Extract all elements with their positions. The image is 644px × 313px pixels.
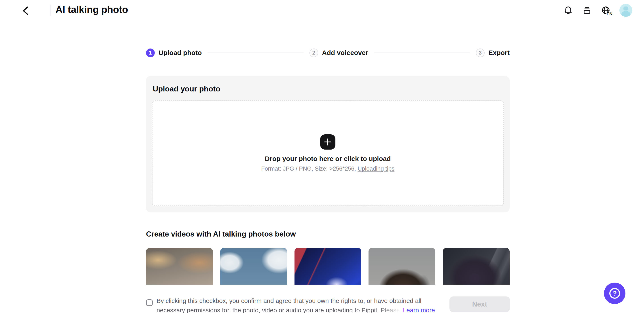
assets-button[interactable] (582, 5, 592, 16)
gallery-heading: Create videos with AI talking photos bel… (146, 230, 296, 238)
consent-checkbox[interactable] (146, 299, 153, 306)
header-actions: EN (563, 0, 632, 20)
step-upload-photo: 1 Upload photo (146, 48, 202, 57)
step-3-label: Export (488, 49, 510, 56)
learn-more-link[interactable]: Learn more (403, 306, 435, 313)
consent-line-2: necessary permissions for, the photo, vi… (156, 306, 435, 313)
back-chevron-icon (22, 6, 29, 16)
step-connector-1 (208, 52, 304, 53)
stack-icon (582, 5, 592, 15)
notifications-button[interactable] (563, 5, 573, 16)
consent-line-1: By clicking this checkbox, you confirm a… (156, 296, 435, 306)
step-3-circle: 3 (476, 48, 484, 57)
question-mark-icon: ? (609, 288, 620, 299)
plus-upload-icon[interactable] (320, 134, 336, 150)
ai-talking-photo-page: AI talking photo EN (0, 0, 644, 313)
step-1-circle: 1 (146, 48, 155, 57)
avatar[interactable] (620, 4, 632, 17)
step-1-label: Upload photo (158, 49, 202, 56)
drop-instruction: Drop your photo here or click to upload (265, 155, 391, 162)
language-button[interactable]: EN (600, 5, 611, 16)
avatar-body-shape (622, 11, 630, 17)
step-2-label: Add voiceover (322, 49, 368, 56)
consent-line-2-text: necessary permissions for, the photo, vi… (156, 306, 400, 313)
avatar-head-shape (624, 6, 628, 10)
title-divider (50, 4, 50, 16)
photo-dropzone[interactable]: Drop your photo here or click to upload … (152, 100, 504, 206)
help-button[interactable]: ? (604, 282, 626, 304)
back-button[interactable] (20, 5, 31, 16)
upload-card-title: Upload your photo (153, 84, 220, 93)
stepper: 1 Upload photo 2 Add voiceover 3 Export (146, 48, 510, 57)
format-requirements: Format: JPG / PNG, Size: >256*256, Uploa… (261, 165, 394, 172)
consent-text: By clicking this checkbox, you confirm a… (156, 296, 435, 313)
language-badge: EN (606, 12, 613, 16)
step-export: 3 Export (476, 48, 510, 57)
page-title: AI talking photo (56, 4, 128, 15)
next-button[interactable]: Next (450, 296, 510, 312)
step-2-circle: 2 (310, 48, 318, 57)
uploading-tips-link[interactable]: Uploading tips (358, 165, 394, 172)
header: AI talking photo EN (0, 0, 644, 20)
step-add-voiceover: 2 Add voiceover (310, 48, 368, 57)
footer-bar: By clicking this checkbox, you confirm a… (0, 284, 644, 313)
bell-icon (563, 5, 573, 15)
format-text: Format: JPG / PNG, Size: >256*256, (261, 165, 358, 172)
upload-card: Upload your photo Drop your photo here o… (146, 76, 510, 212)
step-connector-2 (374, 52, 470, 53)
